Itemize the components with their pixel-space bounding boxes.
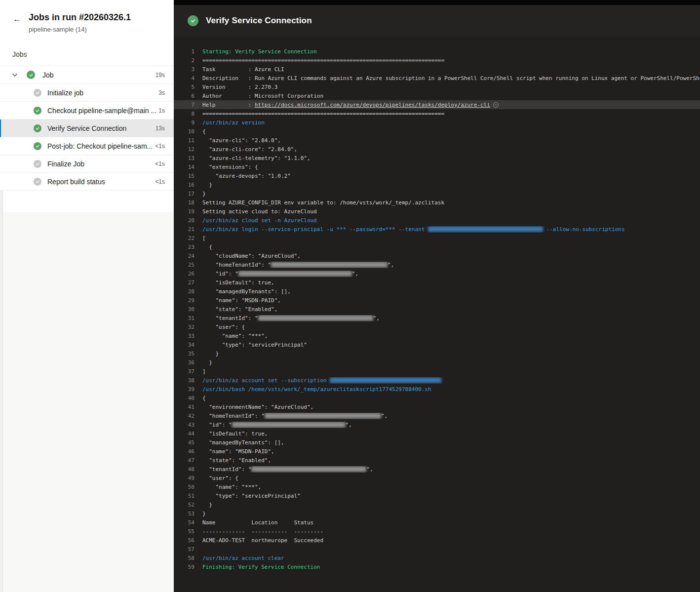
log-text: "azure-devops": "1.0.2"	[202, 173, 291, 179]
help-link[interactable]: https://docs.microsoft.com/azure/devops/…	[255, 102, 490, 108]
log-line-number[interactable]: 48	[174, 466, 194, 473]
step-row[interactable]: Initialize job3s	[0, 84, 174, 102]
log-line-number[interactable]: 4	[174, 75, 194, 81]
log-line-number[interactable]: 39	[174, 386, 194, 393]
log-text: --allow-no-subscriptions	[543, 226, 625, 233]
log-line-number[interactable]: 1	[174, 48, 194, 55]
job-row[interactable]: Job 19s	[0, 66, 174, 84]
redacted-value	[258, 315, 373, 321]
log-line-number[interactable]: 32	[174, 324, 194, 330]
log-line-content: {	[202, 395, 700, 401]
log-line: 9/usr/bin/az version	[174, 118, 700, 127]
log-text: "environmentName": "AzureCloud",	[202, 404, 313, 410]
log-line-number[interactable]: 54	[174, 519, 194, 526]
log-line-number[interactable]: 5	[174, 84, 194, 90]
log-line-number[interactable]: 35	[174, 351, 194, 357]
log-line-number[interactable]: 53	[174, 511, 194, 517]
log-line-number[interactable]: 6	[174, 93, 194, 99]
log-line-number[interactable]: 24	[174, 253, 194, 259]
log-line-number[interactable]: 21	[174, 226, 194, 233]
log-line-number[interactable]: 38	[174, 377, 194, 384]
log-line-content: "id": "",	[202, 271, 700, 277]
log-line-number[interactable]: 16	[174, 182, 194, 188]
log-line-number[interactable]: 15	[174, 173, 194, 179]
log-line-number[interactable]: 23	[174, 244, 194, 250]
log-line-number[interactable]: 12	[174, 146, 194, 153]
log-line: 2=======================================…	[174, 56, 700, 65]
log-line-number[interactable]: 37	[174, 368, 194, 375]
log-line-number[interactable]: 11	[174, 137, 194, 144]
log-line-number[interactable]: 59	[174, 564, 194, 570]
log-line-number[interactable]: 36	[174, 359, 194, 366]
log-text: "managedByTenants": [],	[202, 439, 284, 446]
log-line-number[interactable]: 30	[174, 306, 194, 313]
log-line-number[interactable]: 33	[174, 333, 194, 339]
log-line-number[interactable]: 17	[174, 191, 194, 197]
log-line-number[interactable]: 27	[174, 279, 194, 286]
log-line-number[interactable]: 52	[174, 502, 194, 508]
log-line-number[interactable]: 50	[174, 484, 194, 490]
log-line-number[interactable]: 9	[174, 119, 194, 126]
job-tree: Job 19s Initialize job3sCheckout pipelin…	[0, 66, 174, 191]
log-line-number[interactable]: 22	[174, 235, 194, 241]
log-line-content: }	[202, 511, 700, 517]
log-text: [	[202, 235, 206, 241]
log-text: "isDefault": true,	[202, 279, 274, 286]
step-row[interactable]: Finalize Job<1s	[0, 155, 174, 173]
log-line-number[interactable]: 31	[174, 315, 194, 321]
log-text: "type": "servicePrincipal"	[202, 493, 301, 499]
step-row[interactable]: Report build status<1s	[0, 173, 174, 191]
log-line-number[interactable]: 28	[174, 288, 194, 295]
log-line: 5Version : 2.270.3	[174, 82, 700, 91]
step-row[interactable]: Verify Service Connection13s	[0, 119, 174, 137]
log-text: Setting active cloud to: AzureCloud	[202, 208, 317, 215]
log-line-number[interactable]: 42	[174, 413, 194, 419]
log-line-number[interactable]: 20	[174, 217, 194, 224]
log-line-number[interactable]: 41	[174, 404, 194, 410]
log-line-number[interactable]: 43	[174, 422, 194, 428]
status-success-icon	[27, 71, 35, 79]
log-line-number[interactable]: 47	[174, 457, 194, 464]
step-label: Post-job: Checkout pipeline-sam...	[47, 142, 153, 150]
log-line: 59Finishing: Verify Service Connection	[174, 562, 700, 571]
log-line-number[interactable]: 25	[174, 262, 194, 268]
log-line-content: "isDefault": true,	[202, 279, 700, 286]
log-line-number[interactable]: 44	[174, 431, 194, 437]
log-line-number[interactable]: 18	[174, 199, 194, 206]
log-line-number[interactable]: 46	[174, 448, 194, 455]
log-line-number[interactable]: 40	[174, 395, 194, 401]
chevron-down-icon[interactable]	[12, 72, 18, 78]
log-line-number[interactable]: 14	[174, 164, 194, 170]
log-line-number[interactable]: 45	[174, 439, 194, 446]
log-line-number[interactable]: 34	[174, 342, 194, 348]
step-row[interactable]: Post-job: Checkout pipeline-sam...<1s	[0, 137, 174, 155]
log-text: }	[202, 502, 212, 508]
log-line-number[interactable]: 13	[174, 155, 194, 161]
log-line: 6Author : Microsoft Corporation	[174, 91, 700, 100]
log-line-number[interactable]: 55	[174, 528, 194, 535]
log-line-number[interactable]: 19	[174, 208, 194, 215]
log-text: "managedByTenants": [],	[202, 288, 291, 295]
log-line-number[interactable]: 57	[174, 546, 194, 553]
log-text: ",	[373, 315, 380, 321]
log-line-number[interactable]: 29	[174, 297, 194, 304]
log-line-number[interactable]: 8	[174, 111, 194, 117]
log-line-number[interactable]: 2	[174, 57, 194, 64]
log-line: 11 "azure-cli": "2.84.0",	[174, 136, 700, 145]
log-line-number[interactable]: 51	[174, 493, 194, 499]
back-button[interactable]: ←	[13, 14, 21, 24]
log-line-number[interactable]: 58	[174, 555, 194, 561]
log-line-number[interactable]: 49	[174, 475, 194, 481]
log-line-number[interactable]: 56	[174, 537, 194, 544]
log-panel-top-strip	[174, 0, 700, 5]
log-line-number[interactable]: 7	[174, 102, 194, 108]
step-row[interactable]: Checkout pipeline-sample@main ...1s	[0, 102, 174, 119]
log-line-number[interactable]: 26	[174, 271, 194, 277]
log-text: {	[202, 244, 212, 250]
log-line-content: "azure-cli-telemetry": "1.1.0",	[202, 155, 700, 161]
log-text: Version : 2.270.3	[202, 84, 277, 90]
log-line-number[interactable]: 3	[174, 66, 194, 73]
log-line-number[interactable]: 10	[174, 128, 194, 135]
open-link-icon[interactable]	[493, 102, 499, 108]
log-text: Help :	[202, 102, 255, 108]
